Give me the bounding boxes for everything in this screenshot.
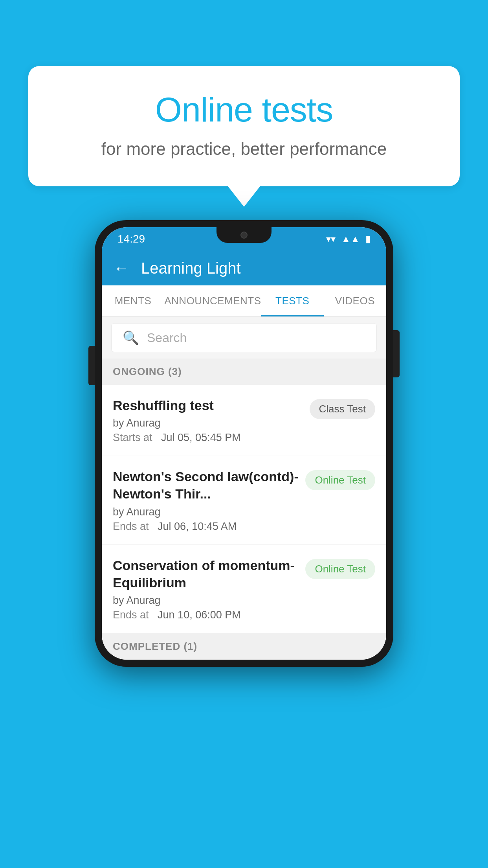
test-badge-1: Class Test <box>310 399 375 419</box>
search-container: 🔍 Search <box>102 317 386 359</box>
completed-section-header: COMPLETED (1) <box>102 633 386 660</box>
bubble-subtitle: for more practice, better performance <box>60 139 428 159</box>
test-info-2: Newton's Second law(contd)-Newton's Thir… <box>113 468 299 532</box>
test-info-1: Reshuffling test by Anurag Starts at Jul… <box>113 397 303 444</box>
phone-screen: 14:29 ▾▾ ▲▲ ▮ ← Learning Light MENTS <box>102 227 386 660</box>
test-name-2: Newton's Second law(contd)-Newton's Thir… <box>113 468 299 502</box>
search-placeholder: Search <box>147 331 187 345</box>
notch <box>216 227 272 243</box>
status-icons: ▾▾ ▲▲ ▮ <box>326 234 371 245</box>
search-icon: 🔍 <box>123 330 139 346</box>
test-time-2: Ends at Jul 06, 10:45 AM <box>113 520 299 533</box>
status-bar: 14:29 ▾▾ ▲▲ ▮ <box>102 227 386 251</box>
tabs-bar: MENTS ANNOUNCEMENTS TESTS VIDEOS <box>102 285 386 317</box>
test-by-2: by Anurag <box>113 506 299 518</box>
phone-mockup: 14:29 ▾▾ ▲▲ ▮ ← Learning Light MENTS <box>95 220 393 667</box>
test-info-3: Conservation of momentum-Equilibrium by … <box>113 557 299 621</box>
bubble-title: Online tests <box>60 90 428 130</box>
test-item-1[interactable]: Reshuffling test by Anurag Starts at Jul… <box>102 385 386 456</box>
test-badge-2: Online Test <box>305 470 375 490</box>
test-item-2[interactable]: Newton's Second law(contd)-Newton's Thir… <box>102 456 386 544</box>
app-header: ← Learning Light <box>102 251 386 285</box>
tab-ments[interactable]: MENTS <box>102 285 164 316</box>
test-by-3: by Anurag <box>113 594 299 607</box>
test-time-value-1: Jul 05, 05:45 PM <box>161 432 241 443</box>
speech-bubble: Online tests for more practice, better p… <box>28 66 460 186</box>
status-time: 14:29 <box>117 233 145 245</box>
signal-icon: ▲▲ <box>341 234 360 245</box>
battery-icon: ▮ <box>365 234 371 245</box>
test-time-3: Ends at Jun 10, 06:00 PM <box>113 609 299 621</box>
ongoing-section-header: ONGOING (3) <box>102 359 386 385</box>
tab-announcements[interactable]: ANNOUNCEMENTS <box>164 285 261 316</box>
test-time-value-3: Jun 10, 06:00 PM <box>158 609 241 621</box>
test-name-3: Conservation of momentum-Equilibrium <box>113 557 299 591</box>
test-list: Reshuffling test by Anurag Starts at Jul… <box>102 385 386 633</box>
test-time-label-3: Ends at <box>113 609 149 621</box>
app-title: Learning Light <box>141 259 241 277</box>
test-by-1: by Anurag <box>113 417 303 429</box>
test-time-value-2: Jul 06, 10:45 AM <box>158 520 237 532</box>
test-item-3[interactable]: Conservation of momentum-Equilibrium by … <box>102 545 386 633</box>
back-button[interactable]: ← <box>114 259 129 277</box>
test-badge-3: Online Test <box>305 559 375 579</box>
front-camera <box>240 232 248 239</box>
tab-videos[interactable]: VIDEOS <box>324 285 386 316</box>
ongoing-label: ONGOING (3) <box>113 366 182 377</box>
phone-outer: 14:29 ▾▾ ▲▲ ▮ ← Learning Light MENTS <box>95 220 393 667</box>
test-time-label-2: Ends at <box>113 520 149 532</box>
test-time-label-1: Starts at <box>113 432 152 443</box>
search-bar[interactable]: 🔍 Search <box>111 323 377 352</box>
test-time-1: Starts at Jul 05, 05:45 PM <box>113 432 303 444</box>
tab-tests[interactable]: TESTS <box>261 285 324 316</box>
wifi-icon: ▾▾ <box>326 234 336 245</box>
completed-label: COMPLETED (1) <box>113 640 197 652</box>
test-name-1: Reshuffling test <box>113 397 303 414</box>
